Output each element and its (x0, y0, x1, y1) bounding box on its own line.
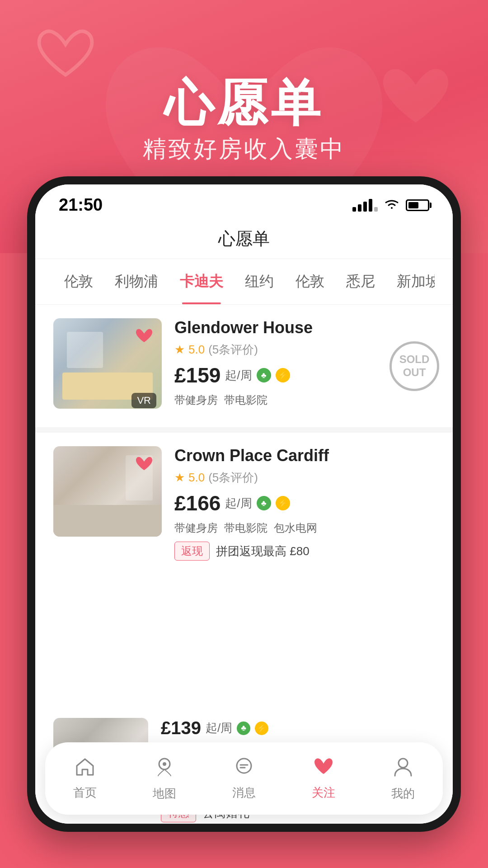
home-icon (74, 757, 96, 780)
amenity-gym-1: 带健身房 (174, 393, 218, 407)
feature-icon-green-3: ♣ (237, 722, 250, 735)
feature-icon-yellow-1: ⚡ (276, 368, 290, 382)
page-title: 心愿单 (218, 229, 270, 248)
star-icon-2: ★ (174, 471, 185, 485)
city-tabs: 伦敦 利物浦 卡迪夫 纽约 伦敦 悉尼 新加坡 (35, 259, 453, 305)
feature-icon-yellow-3: ⚡ (255, 722, 268, 735)
tab-profile-label: 我的 (391, 786, 415, 802)
amenity-cinema-1: 带电影院 (224, 393, 267, 407)
svg-point-5 (399, 759, 408, 768)
bg-subtitle: 精致好房收入囊中 (143, 133, 345, 165)
review-count-2: (5条评价) (208, 470, 258, 486)
tab-home-label: 首页 (73, 785, 97, 801)
svg-point-1 (163, 762, 166, 766)
battery-icon (406, 199, 429, 211)
status-icons (352, 198, 429, 213)
sold-out-badge: SOLD OUT (389, 341, 439, 391)
tab-cardiff[interactable]: 卡迪夫 (169, 259, 234, 304)
property-image-wrap-1: VR (53, 318, 162, 414)
property-image-wrap-2 (53, 446, 162, 561)
amenity-gym-2: 带健身房 (174, 521, 218, 535)
rating-row-2: ★ 5.0 (5条评价) (174, 470, 435, 486)
status-bar: 21:50 (35, 184, 453, 218)
person-icon (392, 756, 414, 781)
cashback-text-2: 拼团返现最高 £80 (216, 543, 310, 559)
review-count-1: (5条评价) (208, 342, 258, 358)
tab-liverpool[interactable]: 利物浦 (104, 259, 169, 304)
property-card-1[interactable]: VR Glendower House ★ 5.0 (5条评价) £159 起/周… (35, 305, 453, 427)
price-main-1: £159 (174, 363, 221, 387)
property-name-2: Crown Place Cardiff (174, 446, 435, 465)
price-row-3: £139 起/周 ♣ ⚡ (161, 718, 435, 738)
favorite-button-1[interactable] (133, 325, 155, 347)
feature-icon-green-2: ♣ (257, 496, 271, 510)
price-row-2: £166 起/周 ♣ ⚡ (174, 491, 435, 515)
map-icon (155, 756, 174, 781)
tab-profile[interactable]: 我的 (367, 756, 439, 802)
amenities-row-2: 带健身房 带电影院 包水电网 (174, 521, 435, 535)
message-icon (233, 757, 255, 780)
tab-singapore[interactable]: 新加坡 (386, 259, 435, 304)
amenity-cinema-2: 带电影院 (224, 521, 267, 535)
tab-favorite[interactable]: 关注 (287, 757, 360, 801)
price-main-2: £166 (174, 491, 221, 515)
cashback-badge-2: 返现 (174, 542, 210, 561)
signal-icon (352, 199, 378, 212)
price-unit-1: 起/周 (225, 368, 252, 383)
promo-row-2: 返现 拼团返现最高 £80 (174, 542, 435, 561)
property-info-2: Crown Place Cardiff ★ 5.0 (5条评价) £166 起/… (174, 446, 435, 561)
rating-value-1: 5.0 (188, 343, 205, 357)
tab-bar: 首页 地图 (45, 742, 443, 815)
heart-outline-tl (36, 27, 95, 81)
property-card-2[interactable]: Crown Place Cardiff ★ 5.0 (5条评价) £166 起/… (35, 433, 453, 574)
vr-badge: VR (131, 393, 156, 408)
price-unit-3: 起/周 (206, 720, 232, 736)
heart-icon (313, 757, 334, 780)
amenities-row-1: 带健身房 带电影院 (174, 393, 435, 407)
price-main-3: £139 (161, 718, 201, 738)
tab-map-label: 地图 (153, 786, 176, 802)
page-title-bar: 心愿单 (35, 218, 453, 259)
tab-sydney[interactable]: 悉尼 (335, 259, 386, 304)
heart-outline-tr (380, 63, 452, 131)
tab-message-label: 消息 (232, 785, 256, 801)
wifi-icon (384, 198, 399, 213)
property-name-1: Glendower House (174, 318, 435, 337)
tab-home[interactable]: 首页 (49, 757, 121, 801)
tab-map[interactable]: 地图 (128, 756, 201, 802)
phone-mockup: 21:50 (27, 176, 461, 832)
tab-newyork[interactable]: 纽约 (234, 259, 285, 304)
feature-icon-yellow-2: ⚡ (276, 496, 290, 510)
favorite-button-2[interactable] (133, 453, 155, 475)
tab-favorite-label: 关注 (312, 785, 335, 801)
svg-point-2 (237, 759, 251, 773)
tab-message[interactable]: 消息 (208, 757, 280, 801)
tab-london2[interactable]: 伦敦 (285, 259, 335, 304)
tab-london1[interactable]: 伦敦 (53, 259, 104, 304)
phone-screen: 21:50 (35, 184, 453, 824)
rating-value-2: 5.0 (188, 471, 205, 485)
price-unit-2: 起/周 (225, 495, 252, 511)
bg-title: 心愿单 (164, 70, 324, 137)
status-time: 21:50 (59, 195, 103, 215)
feature-icon-green-1: ♣ (257, 368, 271, 382)
amenity-utilities-2: 包水电网 (274, 521, 317, 535)
star-icon-1: ★ (174, 343, 185, 357)
